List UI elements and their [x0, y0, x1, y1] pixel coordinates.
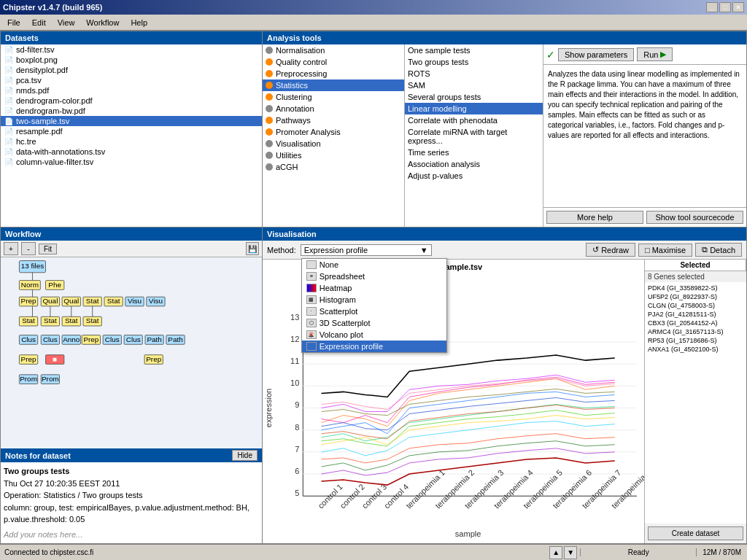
analysis-category-item[interactable]: Pathways	[263, 114, 404, 126]
run-button[interactable]: Run ▶	[637, 47, 673, 61]
svg-text:6: 6	[295, 467, 299, 475]
analysis-category-item[interactable]: Clustering	[263, 91, 404, 103]
analysis-tool-item[interactable]: Correlate miRNA with target express...	[405, 126, 543, 147]
gene-item[interactable]: ARMC4 (GI_31657113-S)	[646, 327, 745, 336]
selected-tab[interactable]: Selected	[645, 260, 746, 271]
dataset-item[interactable]: 📄densityplot.pdf	[1, 65, 262, 75]
file-icon: 📄	[4, 127, 14, 136]
gene-item[interactable]: PJA2 (GI_41281511-S)	[646, 310, 745, 319]
svg-text:Stat: Stat	[107, 297, 120, 305]
analysis-category-item[interactable]: Promoter Analysis	[263, 126, 404, 138]
analysis-tool-item[interactable]: Correlate with phenodata	[405, 114, 543, 126]
menu-edit[interactable]: Edit	[26, 17, 52, 28]
analysis-category-item[interactable]: Preprocessing	[263, 68, 404, 79]
zoom-out-button[interactable]: -	[21, 242, 36, 255]
dataset-item[interactable]: 📄nmds.pdf	[1, 85, 262, 96]
show-source-button[interactable]: Show tool sourcecode	[646, 211, 743, 224]
menu-file[interactable]: File	[1, 17, 26, 28]
gene-item[interactable]: ANXA1 (GI_4502100-S)	[646, 345, 745, 354]
volcano-icon: 🌋	[306, 330, 317, 339]
dropdown-scatterplot[interactable]: · Scatterplot	[302, 306, 446, 317]
dropdown-histogram[interactable]: ▦ Histogram	[302, 294, 446, 306]
analysis-tool-item[interactable]: Time series	[405, 147, 543, 158]
notes-title: Notes for dataset	[5, 451, 71, 460]
file-icon: 📄	[4, 66, 14, 74]
analysis-tool-item[interactable]: Adjust p-values	[405, 170, 543, 182]
dropdown-spreadsheet[interactable]: ≡ Spreadsheet	[302, 271, 446, 282]
window-controls: _ □ ×	[706, 2, 744, 12]
analysis-category-item[interactable]: Utilities	[263, 149, 404, 161]
svg-text:Stat: Stat	[86, 316, 99, 324]
heatmap-icon	[306, 284, 317, 292]
menu-help[interactable]: Help	[125, 17, 153, 28]
scroll-up-button[interactable]: ▲	[549, 546, 562, 559]
dataset-item[interactable]: 📄dendrogram-color.pdf	[1, 96, 262, 106]
analysis-category-item[interactable]: Quality control	[263, 56, 404, 68]
gene-item[interactable]: CLGN (GI_4758003-S)	[646, 301, 745, 310]
dataset-item[interactable]: 📄dendrogram-bw.pdf	[1, 106, 262, 116]
more-help-button[interactable]: More help	[546, 211, 643, 224]
create-dataset-button[interactable]: Create dataset	[648, 526, 743, 540]
dataset-item[interactable]: 📄data-with-annotations.tsv	[1, 147, 262, 157]
dropdown-expression[interactable]: Expression profile	[302, 341, 446, 352]
minimize-button[interactable]: _	[706, 2, 718, 12]
save-workflow-button[interactable]: 💾	[246, 242, 259, 255]
scroll-down-button[interactable]: ▼	[564, 546, 577, 559]
analysis-category-item[interactable]: Visualisation	[263, 138, 404, 149]
menu-workflow[interactable]: Workflow	[80, 17, 125, 28]
category-dot	[266, 58, 273, 66]
svg-text:expression: expression	[264, 389, 273, 427]
svg-text:8: 8	[295, 423, 299, 432]
dropdown-3d-scatterplot[interactable]: ⬡ 3D Scatterplot	[302, 317, 446, 329]
main-layout: Datasets 📄sd-filter.tsv📄boxplot.png📄dens…	[0, 31, 747, 544]
analysis-tool-item[interactable]: Several groups tests	[405, 91, 543, 103]
close-button[interactable]: ×	[732, 2, 744, 12]
dataset-item[interactable]: 📄boxplot.png	[1, 55, 262, 65]
show-parameters-button[interactable]: Show parameters	[558, 48, 634, 61]
svg-text:Visu: Visu	[128, 297, 142, 305]
analysis-tool-item[interactable]: Linear modelling	[405, 103, 543, 114]
analysis-tool-item[interactable]: Association analysis	[405, 158, 543, 170]
gene-item[interactable]: CBX3 (GI_20544152-A)	[646, 319, 745, 327]
analysis-panel: Analysis tools NormalisationQuality cont…	[263, 31, 747, 228]
dataset-item[interactable]: 📄column-value-filter.tsv	[1, 157, 262, 167]
genes-count: 8 Genes selected	[645, 271, 746, 282]
dropdown-none[interactable]: None	[302, 259, 446, 271]
dataset-item[interactable]: 📄resample.pdf	[1, 126, 262, 136]
analysis-tool-item[interactable]: ROTS	[405, 68, 543, 79]
analysis-category-item[interactable]: Normalisation	[263, 44, 404, 56]
maximize-button[interactable]: □	[719, 2, 731, 12]
analysis-tool-item[interactable]: One sample tests	[405, 44, 543, 56]
dataset-item[interactable]: 📄two-sample.tsv	[1, 116, 262, 126]
analysis-category-item[interactable]: Statistics	[263, 79, 404, 91]
svg-text:Qual: Qual	[63, 297, 79, 305]
gene-item[interactable]: PDK4 (GI_33589822-S)	[646, 284, 745, 292]
dataset-item[interactable]: 📄pca.tsv	[1, 75, 262, 85]
redraw-button[interactable]: ↺ Redraw	[586, 243, 635, 257]
dataset-item[interactable]: 📄sd-filter.tsv	[1, 44, 262, 55]
gene-item[interactable]: UF5P2 (GI_8922937-S)	[646, 292, 745, 301]
hide-notes-button[interactable]: Hide	[232, 450, 258, 461]
zoom-in-button[interactable]: +	[4, 242, 18, 255]
run-icon: ▶	[660, 50, 666, 59]
svg-text:Prep: Prep	[21, 355, 36, 363]
genes-list[interactable]: PDK4 (GI_33589822-S)UF5P2 (GI_8922937-S)…	[645, 282, 746, 524]
svg-text:Anno: Anno	[63, 335, 80, 343]
analysis-tool-item[interactable]: SAM	[405, 79, 543, 91]
gene-item[interactable]: RP53 (GI_15718686-S)	[646, 336, 745, 345]
dropdown-volcano[interactable]: 🌋 Volcano plot	[302, 329, 446, 341]
method-select[interactable]: Expression profile ▼ None ≡ Spreadsheet …	[301, 244, 432, 256]
maximise-button[interactable]: □ Maximise	[638, 244, 692, 257]
dropdown-heatmap[interactable]: Heatmap	[302, 282, 446, 294]
fit-button[interactable]: Fit	[39, 244, 57, 254]
notes-add-note[interactable]: Add your notes here...	[4, 529, 259, 541]
svg-text:Visu: Visu	[149, 297, 163, 305]
menu-view[interactable]: View	[52, 17, 81, 28]
dataset-item[interactable]: 📄hc.tre	[1, 136, 262, 147]
analysis-category-item[interactable]: aCGH	[263, 161, 404, 173]
datasets-list[interactable]: 📄sd-filter.tsv📄boxplot.png📄densityplot.p…	[1, 44, 262, 227]
status-arrows: ▲ ▼	[546, 546, 580, 559]
detach-button[interactable]: ⧉ Detach	[695, 243, 742, 257]
analysis-tool-item[interactable]: Two groups tests	[405, 56, 543, 68]
analysis-category-item[interactable]: Annotation	[263, 103, 404, 114]
